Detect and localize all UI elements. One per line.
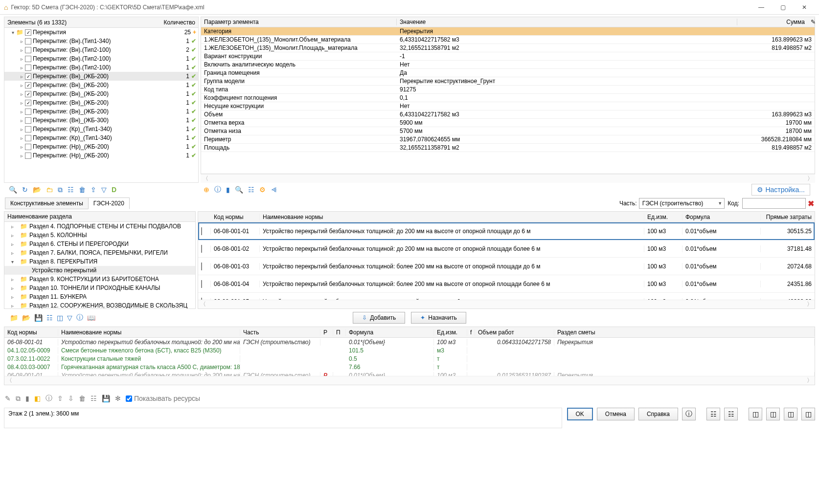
sections-tree[interactable]: ▹📁Раздел 4. ПОДПОРНЫЕ СТЕНЫ И СТЕНЫ ПОДВ… (4, 222, 195, 308)
down-icon[interactable]: ⇩ (68, 394, 74, 402)
tree-row[interactable]: ▹ Перекрытие: (Вн).(Тип2-100) 2 ✔ (4, 45, 198, 54)
assigned-row[interactable]: 06-08-001-01Устройство перекрытий безбал… (4, 338, 815, 346)
tree-row[interactable]: ▹ Перекрытие: (Вн)_(ЖБ-200) 1 ✔ (4, 107, 198, 116)
search-icon[interactable]: 🔍 (235, 186, 243, 194)
tree-row[interactable]: ▹ Перекрытие: (Вн).(Тип2-100) 1 ✔ (4, 63, 198, 72)
filter2-icon[interactable]: ▽ (67, 314, 72, 322)
tree-row[interactable]: ▹ ✓ Перекрытие: (Вн)_(ЖБ-200) 1 ✔ (4, 89, 198, 98)
win5-icon[interactable]: ◫ (784, 408, 797, 420)
info2-icon[interactable]: ⓘ (76, 313, 83, 322)
section-row[interactable]: ▹📁Раздел 7. БАЛКИ, ПОЯСА, ПЕРЕМЫЧКИ, РИГ… (4, 248, 195, 257)
win6-icon[interactable]: ◫ (801, 408, 815, 420)
close-button[interactable]: ✕ (794, 0, 815, 14)
param-row[interactable]: Периметр31967,0780624655 мм366528.218084… (201, 135, 815, 144)
assigned-body[interactable]: 06-08-001-01Устройство перекрытий безбал… (4, 338, 815, 376)
assigned-hscroll[interactable]: 〈〉 (4, 376, 815, 385)
info3-icon[interactable]: ⓘ (46, 394, 52, 403)
tab-constructive[interactable]: Конструктивные элементы (5, 197, 89, 209)
section-row[interactable]: ▹📁Раздел 12. СООРУЖЕНИЯ, ВОЗВОДИМЫЕ В СК… (4, 301, 195, 308)
up-icon[interactable]: ⇧ (57, 394, 63, 402)
param-row[interactable]: Несущие конструкцииНет (201, 102, 815, 110)
copy2-icon[interactable]: ⧉ (16, 394, 21, 403)
settings-button[interactable]: ⚙Настройка... (751, 184, 810, 196)
param-row[interactable]: Коэффициент поглощения0,1 (201, 94, 815, 102)
zoom-icon[interactable]: 🔍 (9, 186, 17, 194)
section-row[interactable]: ▹📁Раздел 5. КОЛОННЫ (4, 231, 195, 240)
info-dialog-icon[interactable]: ⓘ (682, 408, 696, 420)
tree-row[interactable]: ▹ Перекрытие: (Кр)_(Тип1-340) 1 ✔ (4, 125, 198, 133)
param-row[interactable]: 1.ЖЕЛЕЗОБЕТОН_(135)_Монолит.Объем_матери… (201, 36, 815, 44)
param-row[interactable]: Граница помещенияДа (201, 69, 815, 77)
list-icon[interactable]: ☷ (68, 186, 74, 194)
tree-row[interactable]: ▾ 📁 ✓ Перекрытия 25 + (4, 28, 198, 37)
param-row[interactable]: Группа моделиПерекрытие конструктивное_Г… (201, 77, 815, 86)
gear-icon[interactable]: ⚙ (259, 186, 266, 194)
elements-tree[interactable]: ▾ 📁 ✓ Перекрытия 25 + ▹ Перекрытие: (Вн)… (4, 28, 198, 182)
help-button[interactable]: Справка (638, 408, 678, 420)
param-edit-icon[interactable]: ✎ (808, 19, 815, 25)
win3-icon[interactable]: ◫ (749, 408, 762, 420)
star-icon[interactable]: ✻ (115, 394, 121, 402)
section-row[interactable]: ▾📁Раздел 8. ПЕРЕКРЫТИЯ (4, 257, 195, 266)
clear-code-icon[interactable]: ✖ (808, 199, 814, 208)
norms-hscroll[interactable]: 〈〉 (198, 300, 815, 308)
table-icon[interactable]: ☷ (91, 394, 97, 402)
assigned-row[interactable]: 06-08-001-01Устройство перекрытий безбал… (4, 371, 815, 376)
trash2-icon[interactable]: 🗑 (79, 394, 86, 402)
show-resources-checkbox[interactable]: Показывать ресурсы (126, 394, 200, 402)
cancel-button[interactable]: Отмена (597, 408, 635, 420)
tree-row[interactable]: ▹ ✓ Перекрытие: (Вн)_(ЖБ-200) 1 ✔ (4, 72, 198, 81)
tree-row[interactable]: ▹ Перекрытие: (Вн)_(ЖБ-300) 1 ✔ (4, 116, 198, 125)
section-row[interactable]: ▹📁Раздел 6. СТЕНЫ И ПЕРЕГОРОДКИ (4, 240, 195, 248)
cube-icon[interactable]: ◧ (34, 394, 41, 402)
copy-icon[interactable]: ⧉ (58, 186, 63, 194)
assigned-row[interactable]: 07.3.02.11-0022Конструкции стальные тяже… (4, 354, 815, 363)
norm-row[interactable]: 06-08-001-03Устройство перекрытий безбал… (198, 258, 815, 275)
add-param-icon[interactable]: ⊕ (204, 186, 209, 194)
doc-icon[interactable]: ▮ (226, 186, 230, 194)
info-icon[interactable]: ⓘ (214, 185, 221, 194)
d-icon[interactable]: D (112, 186, 116, 194)
tree-row[interactable]: ▹ Перекрытие: (Нр)_(ЖБ-200) 1 ✔ (4, 151, 198, 160)
folder-icon[interactable]: 📁 (10, 314, 18, 322)
filter-icon[interactable]: ▽ (101, 186, 107, 194)
add-button[interactable]: ⇩ Добавить (353, 312, 405, 324)
win1-icon[interactable]: ☷ (706, 408, 720, 420)
tree-row[interactable]: ▹ ✓ Перекрытие: (Вн)_(ЖБ-200) 1 ✔ (4, 81, 198, 89)
folder-new-icon[interactable]: 🗀 (46, 186, 53, 194)
section-row[interactable]: ▹📁Раздел 10. ТОННЕЛИ И ПРОХОДНЫЕ КАНАЛЫ (4, 284, 195, 292)
tree-row[interactable]: ▹ Перекрытие: (Вн).(Тип1-340) 1 ✔ (4, 37, 198, 45)
export-icon[interactable]: ⇪ (91, 186, 96, 194)
tab-gesn[interactable]: ГЭСН-2020 (88, 197, 130, 209)
folder-open-icon[interactable]: 📂 (33, 186, 41, 194)
norm-row[interactable]: 06-08-001-04Устройство перекрытий безбал… (198, 275, 815, 293)
save-icon[interactable]: 💾 (34, 314, 43, 322)
param-row[interactable]: Вариант конструкции-1 (201, 52, 815, 61)
save2-icon[interactable]: 💾 (102, 394, 110, 402)
section-row[interactable]: ▹📁Раздел 9. КОНСТРУКЦИИ ИЗ БАРИТОБЕТОНА (4, 275, 195, 284)
tree-row[interactable]: ▹ ✓ Перекрытие: (Вн)_(ЖБ-200) 1 ✔ (4, 98, 198, 107)
db2-icon[interactable]: ▮ (25, 394, 29, 402)
param-row[interactable]: Код типа91275 (201, 86, 815, 94)
norm-row[interactable]: 06-08-001-01Устройство перекрытий безбал… (198, 222, 815, 240)
norm-row[interactable]: 06-08-001-05Устройство перекрытий ребрис… (198, 293, 815, 300)
assign-button[interactable]: ✦ Назначить (411, 312, 466, 324)
param-row[interactable]: 1.ЖЕЛЕЗОБЕТОН_(135)_Монолит.Площадь_мате… (201, 44, 815, 52)
folder-open2-icon[interactable]: 📂 (22, 314, 30, 322)
param-hscroll[interactable]: 〈〉 (201, 174, 815, 183)
param-row[interactable]: Отметка низа5700 мм18700 мм (201, 127, 815, 135)
param-row[interactable]: Объем6,43310422717582 м3163.899623 м3 (201, 110, 815, 119)
tree-row[interactable]: ▹ Перекрытие: (Вн).(Тип2-100) 1 ✔ (4, 54, 198, 63)
norm-row[interactable]: 06-08-001-02Устройство перекрытий безбал… (198, 240, 815, 258)
db-icon[interactable]: ☷ (248, 186, 254, 194)
norms-grid[interactable]: 06-08-001-01Устройство перекрытий безбал… (198, 222, 815, 300)
param-row[interactable]: Включить аналитическую модельНет (201, 61, 815, 69)
edit-icon[interactable]: ✎ (5, 394, 11, 402)
assigned-row[interactable]: 08.4.03.03-0007Горячекатанная арматурная… (4, 363, 815, 371)
section-row[interactable]: ▹📁Раздел 11. БУНКЕРА (4, 292, 195, 301)
refresh-icon[interactable]: ↻ (22, 186, 28, 194)
show-resources-input[interactable] (126, 395, 132, 402)
trash-icon[interactable]: 🗑 (79, 186, 86, 194)
assigned-row[interactable]: 04.1.02.05-0009Смеси бетонные тяжелого б… (4, 346, 815, 354)
columns-icon[interactable]: ☷ (46, 314, 53, 322)
